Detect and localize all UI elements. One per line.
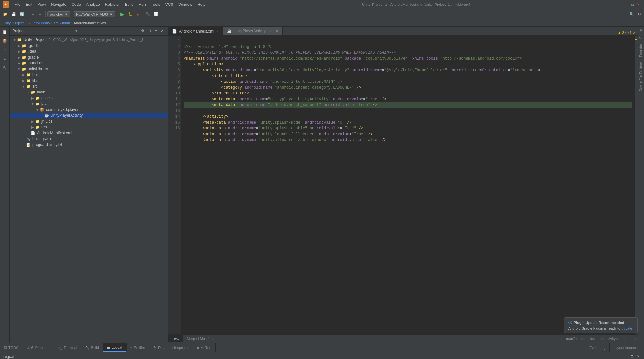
breadcrumb-root[interactable]: Unity_Project_1 bbox=[3, 21, 28, 25]
tab-close-unityplayer[interactable]: ✕ bbox=[276, 29, 278, 33]
tree-item-package[interactable]: ▼ 📦 com.unity3d.player bbox=[10, 107, 168, 113]
menu-item-file[interactable]: File bbox=[12, 2, 23, 7]
menu-item-refactor[interactable]: Refactor bbox=[103, 2, 122, 7]
profile-btn[interactable]: 📊 bbox=[152, 11, 160, 17]
tree-item-idea[interactable]: ▶ 📁 .idea bbox=[10, 49, 168, 54]
build-btn[interactable]: 🔨 bbox=[144, 11, 151, 17]
menu-item-help[interactable]: Help bbox=[195, 2, 208, 7]
tree-item-build[interactable]: ▶ 📁 build bbox=[10, 72, 168, 78]
right-sidebar: Gradle Emulator Device File Explorer bbox=[638, 27, 644, 343]
bottom-tab-profiler[interactable]: ~ Profiler bbox=[127, 343, 149, 352]
bottom-tab-build[interactable]: 🔨 Build bbox=[81, 343, 103, 352]
tree-arrow-buildgradle: ▶ bbox=[21, 137, 26, 141]
tree-item-unityplayer[interactable]: ▶ ☕ UnityPlayerActivity bbox=[10, 113, 168, 118]
tree-item-root[interactable]: ▼ 📁 Unity_Project_1 Y:\002_WorkSpace\013… bbox=[10, 37, 168, 43]
bottom-tab-database[interactable]: 🗄 Database Inspector bbox=[149, 343, 193, 352]
sidebar-build-icon[interactable]: 🔨 bbox=[1, 64, 9, 72]
settings-button[interactable]: ⚙ bbox=[636, 11, 643, 17]
tree-item-unitylibrary[interactable]: ▼ 📁 unityLibrary bbox=[10, 66, 168, 72]
tree-label-unitylibrary: unityLibrary bbox=[28, 67, 48, 71]
tree-label-unityplayer: UnityPlayerActivity bbox=[50, 113, 83, 118]
bottom-tab-layout-inspector[interactable]: Layout Inspector bbox=[610, 343, 644, 352]
tree-item-src[interactable]: ▼ 📁 src bbox=[10, 83, 168, 89]
toolbar-btn-save[interactable]: 💾 bbox=[10, 11, 17, 17]
sidebar-project-icon[interactable]: 📋 bbox=[1, 28, 9, 36]
tree-label-src: src bbox=[32, 84, 38, 89]
menu-item-vcs[interactable]: VCS bbox=[163, 2, 176, 7]
logcat-close-btn[interactable]: ✕ bbox=[635, 354, 641, 359]
menu-item-view[interactable]: View bbox=[35, 2, 49, 7]
menu-item-window[interactable]: Window bbox=[176, 2, 195, 7]
tree-item-assets[interactable]: ▶ 📁 assets bbox=[10, 95, 168, 101]
tree-item-res[interactable]: ▶ 📁 res bbox=[10, 124, 168, 130]
bottom-tab-terminal[interactable]: >_ Terminal bbox=[54, 343, 81, 352]
toolbar-btn-open[interactable]: 📁 bbox=[1, 11, 9, 17]
tree-item-libs[interactable]: ▶ 📁 libs bbox=[10, 78, 168, 83]
tab-close-manifest[interactable]: ✕ bbox=[216, 29, 219, 33]
debug-button[interactable]: 🐛 bbox=[127, 11, 134, 17]
tab-merged-manifest[interactable]: Merged Manifest bbox=[183, 335, 217, 342]
menu-item-run[interactable]: Run bbox=[136, 2, 149, 7]
tree-item-jnilibs[interactable]: ▶ 📁 jniLibs bbox=[10, 118, 168, 124]
tree-item-androidmanifest[interactable]: ▶ 📄 AndroidManifest.xml bbox=[10, 130, 168, 136]
sidebar-structure-icon[interactable]: ≡ bbox=[1, 46, 9, 54]
breadcrumb-main[interactable]: main bbox=[62, 21, 70, 25]
toolbar-btn-forward[interactable]: → bbox=[37, 11, 44, 17]
toolbar-btn-sync[interactable]: 🔄 bbox=[18, 11, 26, 17]
project-action-expand[interactable]: ⊞ bbox=[147, 28, 153, 34]
toolbar-btn-back[interactable]: ← bbox=[29, 11, 36, 17]
right-tab-device-explorer[interactable]: Device File Explorer bbox=[638, 60, 644, 93]
search-everywhere-button[interactable]: 🔍 bbox=[628, 11, 636, 17]
sidebar-favorites-icon[interactable]: ★ bbox=[1, 55, 9, 63]
tree-arrow-unitylibrary: ▼ bbox=[17, 67, 21, 71]
txt-icon: 📝 bbox=[26, 142, 31, 147]
menu-item-navigate[interactable]: Navigate bbox=[49, 2, 69, 7]
tree-item-proguard[interactable]: ▶ 📝 proguard-unity.txt bbox=[10, 142, 168, 147]
tree-item-launcher[interactable]: ▶ 📁 launcher bbox=[10, 60, 168, 66]
bottom-tab-logcat[interactable]: ☰ Logcat bbox=[103, 343, 127, 352]
tree-arrow-unityplayer: ▶ bbox=[39, 114, 44, 117]
tree-arrow-proguard: ▶ bbox=[21, 143, 26, 147]
tree-item-gradlemod[interactable]: ▶ 📁 gradle bbox=[10, 54, 168, 60]
stop-button[interactable]: ■ bbox=[135, 11, 140, 17]
code-view[interactable]: <?xml version="1.0" encoding="utf-8"?> <… bbox=[181, 36, 634, 334]
breadcrumb-src[interactable]: src bbox=[54, 21, 59, 25]
tree-arrow-gradle: ▶ bbox=[17, 44, 21, 48]
breadcrumb-file[interactable]: AndroidManifest.xml bbox=[74, 21, 106, 25]
tab-text[interactable]: Text bbox=[168, 335, 183, 342]
bottom-tab-todo[interactable]: ☑ TODO bbox=[0, 343, 23, 352]
menu-item-code[interactable]: Code bbox=[69, 2, 83, 7]
menu-item-build[interactable]: Build bbox=[122, 2, 136, 7]
tab-unityplayer[interactable]: ☕ UnityPlayerActivity.java ✕ bbox=[223, 27, 283, 35]
tree-arrow-main: ▼ bbox=[26, 91, 30, 94]
right-tab-emulator[interactable]: Emulator bbox=[638, 41, 644, 60]
tree-label-jnilibs: jniLibs bbox=[41, 119, 52, 124]
tree-item-main[interactable]: ▼ 📁 main bbox=[10, 89, 168, 95]
menu-item-analyze[interactable]: Analyze bbox=[83, 2, 103, 7]
project-action-settings[interactable]: ≡ bbox=[153, 28, 159, 34]
run-button[interactable]: ▶ bbox=[119, 10, 126, 18]
right-tab-gradle[interactable]: Gradle bbox=[638, 27, 644, 41]
close-button[interactable]: ✕ bbox=[635, 1, 641, 7]
sidebar-resource-icon[interactable]: 📦 bbox=[1, 37, 9, 45]
logcat-icon: ☰ bbox=[107, 345, 110, 350]
folder-icon-libs: 📁 bbox=[26, 78, 31, 83]
tab-androidmanifest[interactable]: 📄 AndroidManifest.xml ✕ bbox=[168, 27, 223, 36]
logcat-settings-btn[interactable]: ⚙ bbox=[629, 354, 635, 359]
tree-item-java[interactable]: ▼ 📁 java bbox=[10, 101, 168, 107]
project-action-close[interactable]: ✕ bbox=[159, 28, 165, 34]
menu-item-tools[interactable]: Tools bbox=[149, 2, 163, 7]
breadcrumb-library[interactable]: unityLibrary bbox=[31, 21, 50, 25]
bottom-tab-problems[interactable]: ⚠ 6: Problems bbox=[23, 343, 55, 352]
device-dropdown[interactable]: HUAWEI CTR-AL00 ▼ bbox=[74, 11, 115, 17]
project-action-gear[interactable]: ⚙ bbox=[139, 28, 146, 34]
tree-item-buildgradle[interactable]: ▶ 🔧 build.gradle bbox=[10, 136, 168, 142]
bottom-tab-eventlog[interactable]: Event Log bbox=[585, 343, 610, 352]
plugin-update-link[interactable]: update. bbox=[621, 326, 633, 330]
menu-item-edit[interactable]: Edit bbox=[23, 2, 35, 7]
launcher-dropdown[interactable]: launcher ▼ bbox=[47, 11, 70, 17]
tree-item-gradle[interactable]: ▶ 📁 .gradle bbox=[10, 43, 168, 49]
bottom-tab-run[interactable]: ▶ 4: Run bbox=[193, 343, 216, 352]
maximize-button[interactable]: □ bbox=[630, 2, 635, 7]
minimize-button[interactable]: ─ bbox=[624, 2, 630, 7]
